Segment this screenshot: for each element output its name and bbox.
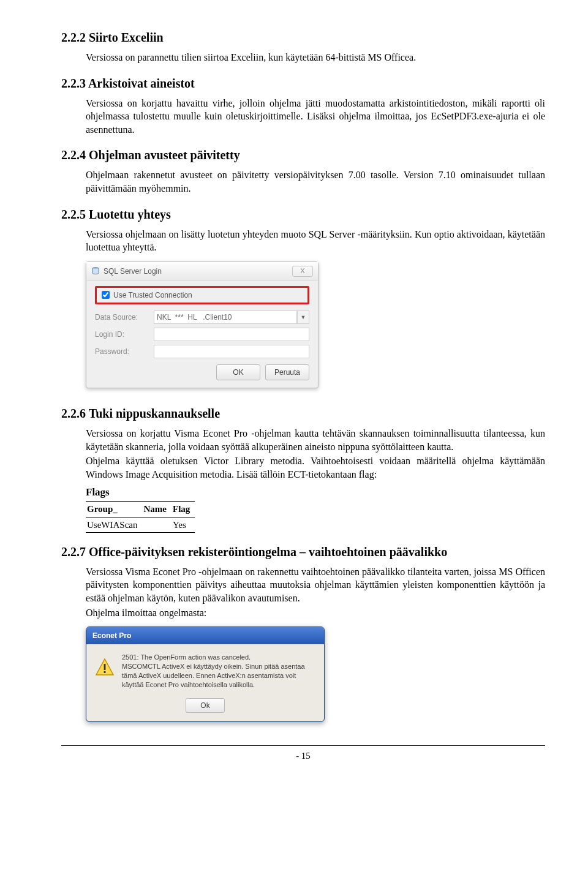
trusted-connection-row[interactable]: Use Trusted Connection [95,286,309,304]
para-223-1: Versiossa on korjattu havaittu virhe, jo… [86,97,545,137]
data-source-label: Data Source: [95,312,149,322]
password-label: Password: [95,347,149,356]
table-row: UseWIAScan Yes [86,517,195,532]
data-source-input[interactable] [154,310,297,324]
chevron-down-icon[interactable]: ▼ [297,310,309,324]
page-footer: - 15 [61,745,545,762]
para-222-1: Versiossa on parannettu tilien siirtoa E… [86,51,545,64]
ok-button[interactable]: OK [216,364,260,380]
para-225-1: Versiossa ohjelmaan on lisätty luotetun … [86,228,545,254]
login-id-input [154,328,309,341]
svg-rect-3 [104,671,106,673]
heading-222: 2.2.2 Siirto Exceliin [61,29,545,46]
econet-dialog-message: 2501: The OpenForm action was canceled.M… [122,653,315,689]
heading-225: 2.2.5 Luotettu yhteys [61,206,545,223]
heading-223: 2.2.3 Arkistoivat aineistot [61,75,545,92]
cell-group: UseWIAScan [86,517,142,532]
dialog-title: SQL Server Login [104,266,162,276]
col-group: Group_ [86,502,142,517]
trusted-connection-checkbox[interactable] [102,291,110,299]
para-227-1: Versiossa Visma Econet Pro -ohjelmaan on… [86,565,545,605]
econet-ok-button[interactable]: Ok [186,698,225,713]
col-name: Name [142,502,172,517]
cell-name [142,517,172,532]
password-input [154,345,309,358]
para-224-1: Ohjelmaan rakennetut avusteet on päivite… [86,168,545,195]
heading-226: 2.2.6 Tuki nippuskannaukselle [61,405,545,422]
dialog-titlebar: SQL Server Login X [86,262,318,281]
para-226-2: Ohjelma käyttää oletuksen Victor Library… [86,454,545,481]
flags-table: Group_ Name Flag UseWIAScan Yes [86,501,195,533]
sql-server-login-dialog: SQL Server Login X Use Trusted Connectio… [86,262,318,388]
cell-flag: Yes [172,517,195,532]
econet-pro-dialog: Econet Pro 2501: The OpenForm action was… [86,626,325,722]
flags-table-block: Flags Group_ Name Flag UseWIAScan Yes [86,486,545,532]
para-226-1: Versiossa on korjattu Visma Econet Pro -… [86,427,545,453]
login-id-label: Login ID: [95,329,149,339]
close-icon[interactable]: X [292,266,313,277]
col-flag: Flag [172,502,195,517]
econet-dialog-title: Econet Pro [86,627,324,644]
para-227-2: Ohjelma ilmoittaa ongelmasta: [86,606,545,620]
svg-rect-2 [104,664,106,670]
flags-caption: Flags [86,486,545,500]
database-icon [91,267,100,276]
cancel-button[interactable]: Peruuta [265,364,309,380]
heading-224: 2.2.4 Ohjelman avusteet päivitetty [61,147,545,164]
trusted-connection-label: Use Trusted Connection [113,290,192,300]
heading-227: 2.2.7 Office-päivityksen rekisteröintion… [61,544,545,560]
table-header-row: Group_ Name Flag [86,502,195,517]
warning-icon [95,658,115,677]
